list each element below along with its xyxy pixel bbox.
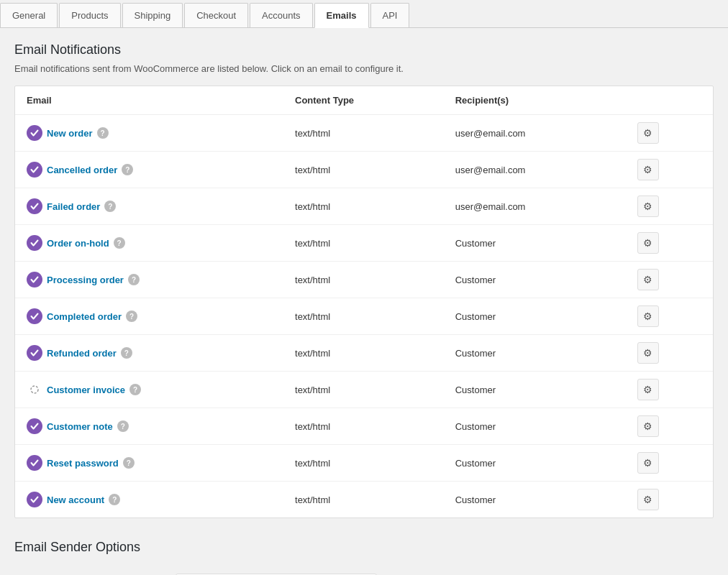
email-name-cell: Customer invoice? [15,372,283,408]
status-icon-new-order[interactable] [27,125,42,141]
content-type-cell: text/html [283,445,444,482]
status-icon-processing-order[interactable] [27,272,42,288]
gear-button-cancelled-order[interactable]: ⚙ [637,159,659,180]
content-type-cell: text/html [283,225,444,262]
table-row: Failed order?text/htmluser@email.com⚙ [15,188,713,225]
gear-cell: ⚙ [626,372,713,408]
gear-button-processing-order[interactable]: ⚙ [637,269,659,290]
gear-button-customer-invoice[interactable]: ⚙ [637,379,659,400]
email-link-failed-order[interactable]: Failed order [47,201,100,212]
email-name-cell: Cancelled order? [15,152,283,188]
tab-api[interactable]: API [370,3,410,27]
gear-button-completed-order[interactable]: ⚙ [637,305,659,327]
tabs-bar: GeneralProductsShippingCheckoutAccountsE… [0,0,728,28]
table-row: Order on-hold?text/htmlCustomer⚙ [15,225,713,262]
email-name-cell: Completed order? [15,298,283,335]
table-row: Reset password?text/htmlCustomer⚙ [15,445,713,482]
email-name-cell: Order on-hold? [15,225,283,262]
table-row: Completed order?text/htmlCustomer⚙ [15,298,713,335]
status-icon-order-on-hold[interactable] [27,235,42,251]
email-name-cell: Refunded order? [15,335,283,372]
status-icon-new-account[interactable] [27,492,42,507]
table-row: New order?text/htmluser@email.com⚙ [15,115,713,152]
table-header-row: Email Content Type Recipient(s) [15,86,713,115]
email-name-cell: Reset password? [15,445,283,482]
help-icon-processing-order[interactable]: ? [128,274,140,285]
help-icon-customer-invoice[interactable]: ? [129,384,141,395]
gear-button-reset-password[interactable]: ⚙ [637,452,659,474]
help-icon-customer-note[interactable]: ? [117,420,129,432]
tab-general[interactable]: General [0,3,58,27]
email-link-processing-order[interactable]: Processing order [47,275,124,285]
content-type-cell: text/html [283,298,444,335]
content-type-cell: text/html [283,262,444,298]
help-icon-new-account[interactable]: ? [109,494,120,505]
col-content-type: Content Type [283,86,444,115]
recipient-cell: Customer [444,445,626,482]
content-type-cell: text/html [283,115,444,152]
svg-point-0 [31,386,38,393]
gear-button-new-order[interactable]: ⚙ [637,122,659,144]
email-link-customer-note[interactable]: Customer note [47,421,113,432]
gear-cell: ⚙ [626,482,713,518]
help-icon-failed-order[interactable]: ? [104,201,116,212]
help-icon-reset-password[interactable]: ? [123,457,135,469]
email-link-cancelled-order[interactable]: Cancelled order [47,165,117,175]
content-type-cell: text/html [283,408,444,445]
col-email: Email [15,86,283,115]
table-row: New account?text/htmlCustomer⚙ [15,482,713,518]
email-link-reset-password[interactable]: Reset password [47,458,119,469]
content-type-cell: text/html [283,335,444,372]
status-icon-completed-order[interactable] [27,308,42,324]
help-icon-refunded-order[interactable]: ? [121,347,132,359]
content-type-cell: text/html [283,482,444,518]
col-actions [626,86,713,115]
gear-cell: ⚙ [626,115,713,152]
gear-button-customer-note[interactable]: ⚙ [637,415,659,437]
table-row: Customer note?text/htmlCustomer⚙ [15,408,713,445]
help-icon-cancelled-order[interactable]: ? [122,164,133,175]
gear-button-refunded-order[interactable]: ⚙ [637,342,659,364]
gear-button-new-account[interactable]: ⚙ [637,489,659,510]
status-icon-reset-password[interactable] [27,455,42,471]
help-icon-completed-order[interactable]: ? [126,310,137,322]
section-desc: Email notifications sent from WooCommerc… [14,63,714,74]
status-icon-refunded-order[interactable] [27,345,42,361]
email-link-customer-invoice[interactable]: Customer invoice [47,385,125,395]
help-icon-new-order[interactable]: ? [97,127,109,139]
email-link-completed-order[interactable]: Completed order [47,311,122,322]
status-icon-customer-note[interactable] [27,418,42,434]
email-name-cell: Failed order? [15,188,283,225]
email-link-new-order[interactable]: New order [47,128,93,139]
recipient-cell: user@email.com [444,152,626,188]
email-sender-section: Email Sender Options "From" Name ? "From… [0,540,728,575]
table-row: Refunded order?text/htmlCustomer⚙ [15,335,713,372]
tab-emails[interactable]: Emails [314,3,369,28]
email-name-cell: New order? [15,115,283,152]
gear-button-failed-order[interactable]: ⚙ [637,196,659,217]
page-wrapper: GeneralProductsShippingCheckoutAccountsE… [0,0,728,575]
from-name-row: "From" Name ? [14,566,714,575]
recipient-cell: Customer [444,262,626,298]
gear-cell: ⚙ [626,408,713,445]
tab-products[interactable]: Products [59,3,120,27]
status-icon-failed-order[interactable] [27,198,42,214]
email-link-refunded-order[interactable]: Refunded order [47,348,117,359]
recipient-cell: Customer [444,482,626,518]
gear-button-order-on-hold[interactable]: ⚙ [637,232,659,254]
content-type-cell: text/html [283,188,444,225]
recipient-cell: user@email.com [444,115,626,152]
email-link-order-on-hold[interactable]: Order on-hold [47,238,109,249]
tab-shipping[interactable]: Shipping [122,3,183,27]
email-link-new-account[interactable]: New account [47,494,104,505]
recipient-cell: Customer [444,298,626,335]
tab-accounts[interactable]: Accounts [250,3,312,27]
tab-checkout[interactable]: Checkout [184,3,248,27]
table-row: Customer invoice?text/htmlCustomer⚙ [15,372,713,408]
recipient-cell: Customer [444,335,626,372]
help-icon-order-on-hold[interactable]: ? [114,237,125,249]
status-icon-cancelled-order[interactable] [27,162,42,178]
status-icon-customer-invoice[interactable] [27,382,42,397]
recipient-cell: Customer [444,225,626,262]
sender-section-title: Email Sender Options [14,540,714,555]
